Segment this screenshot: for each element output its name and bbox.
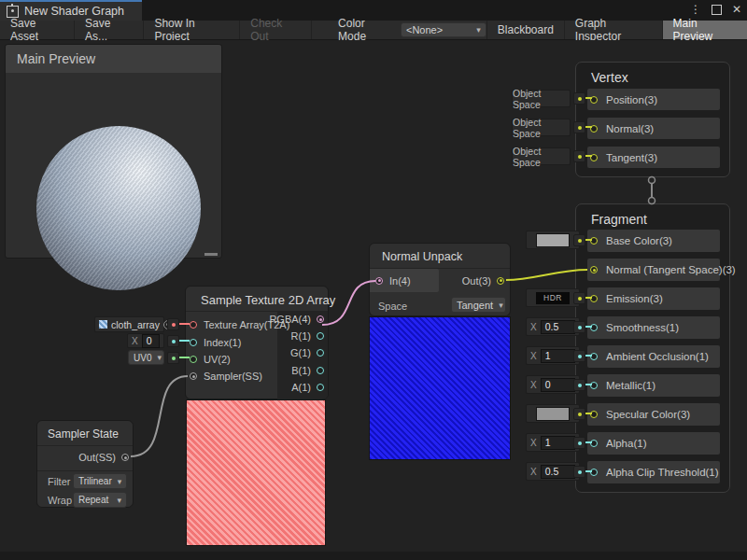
color-swatch[interactable] bbox=[536, 233, 570, 247]
stub-wire bbox=[585, 326, 592, 328]
index-value-widget[interactable]: X 0 bbox=[127, 333, 164, 348]
sampler-state-node[interactable]: Sampler State Out(SS) Filter Trilinear ▾… bbox=[36, 420, 134, 508]
position-space-widget[interactable]: Object Space bbox=[512, 90, 571, 107]
main-preview-panel[interactable]: Main Preview bbox=[5, 44, 222, 259]
stub-dot bbox=[573, 466, 585, 478]
ambient-occlusion-value-widget[interactable]: X 1 bbox=[526, 346, 580, 365]
base-color-swatch-widget[interactable] bbox=[526, 231, 580, 249]
ambient-occlusion-field[interactable]: 1 bbox=[541, 349, 575, 363]
stub-wire bbox=[179, 357, 190, 358]
stub-wire bbox=[179, 340, 190, 342]
normal-space-widget[interactable]: Object Space bbox=[512, 119, 571, 136]
stub-wire bbox=[585, 384, 592, 385]
input-row-uv[interactable]: UV(2) bbox=[186, 351, 279, 368]
out-port[interactable] bbox=[497, 277, 504, 285]
filter-dropdown[interactable]: Trilinear ▾ bbox=[73, 473, 127, 489]
stub-dot bbox=[573, 92, 585, 105]
blackboard-button[interactable]: Blackboard bbox=[486, 21, 564, 39]
output-row-g[interactable]: G(1) bbox=[277, 344, 328, 361]
fragment-node[interactable]: Fragment Base Color(3) Normal (Tangent S… bbox=[575, 203, 730, 493]
index-input-port[interactable] bbox=[190, 339, 197, 346]
index-field[interactable]: 0 bbox=[142, 334, 160, 348]
smoothness-value-widget[interactable]: X 0.5 bbox=[526, 317, 580, 336]
stub-dot bbox=[573, 292, 585, 304]
sample-texture-preview bbox=[186, 399, 326, 546]
specular-color-swatch-widget[interactable] bbox=[526, 404, 580, 423]
vertex-row-normal[interactable]: Normal(3) bbox=[587, 118, 720, 139]
output-row-b[interactable]: B(1) bbox=[277, 362, 328, 379]
g-output-port[interactable] bbox=[317, 349, 324, 357]
normal-unpack-out-slot[interactable]: Out(3) bbox=[462, 269, 504, 292]
cloth-array-object-widget[interactable]: cloth_array bbox=[94, 316, 164, 332]
show-in-project-button[interactable]: Show In Project bbox=[144, 21, 240, 39]
stub-dot bbox=[573, 150, 585, 162]
alpha-clip-value-widget[interactable]: X 0.5 bbox=[526, 462, 580, 481]
fragment-row-metallic[interactable]: Metallic(1) bbox=[587, 374, 720, 397]
tangent-space-widget[interactable]: Object Space bbox=[512, 147, 571, 165]
alpha-value-widget[interactable]: X 1 bbox=[526, 433, 580, 452]
fragment-row-base-color[interactable]: Base Color(3) bbox=[587, 230, 720, 252]
vertex-row-tangent[interactable]: Tangent(3) bbox=[587, 147, 720, 168]
metallic-field[interactable]: 0 bbox=[541, 378, 575, 392]
metallic-value-widget[interactable]: X 0 bbox=[526, 375, 580, 394]
uv-input-port[interactable] bbox=[190, 356, 197, 363]
r-output-port[interactable] bbox=[317, 332, 324, 340]
input-row-texture-array[interactable]: Texture Array(T2A) bbox=[186, 316, 279, 333]
vertex-row-position[interactable]: Position(3) bbox=[587, 89, 720, 110]
color-mode-dropdown[interactable]: <None> ▾ bbox=[401, 22, 486, 37]
maximize-icon[interactable] bbox=[712, 5, 722, 15]
out-ss-port[interactable] bbox=[121, 454, 129, 461]
stub-dot bbox=[573, 234, 585, 246]
fragment-row-specular-color[interactable]: Specular Color(3) bbox=[587, 403, 720, 426]
color-swatch[interactable] bbox=[536, 407, 570, 421]
emission-hdr-widget[interactable]: HDR bbox=[526, 288, 580, 307]
main-preview-button[interactable]: Main Preview bbox=[662, 21, 747, 39]
save-as-button[interactable]: Save As... bbox=[75, 21, 144, 39]
save-asset-button[interactable]: Save Asset bbox=[0, 21, 75, 39]
tab-title: New Shader Graph bbox=[24, 5, 124, 18]
more-menu-icon[interactable]: ⋮ bbox=[690, 0, 701, 19]
chevron-down-icon: ▾ bbox=[157, 353, 162, 362]
sampler-input-port[interactable] bbox=[190, 372, 197, 380]
normal-tangent-port[interactable] bbox=[590, 266, 598, 273]
fragment-row-normal[interactable]: Normal (Tangent Space)(3) bbox=[587, 259, 720, 281]
in-port[interactable] bbox=[375, 277, 383, 285]
fragment-node-title: Fragment bbox=[591, 212, 647, 227]
hdr-swatch[interactable]: HDR bbox=[536, 292, 570, 304]
filter-label: Filter bbox=[48, 476, 70, 487]
fragment-row-emission[interactable]: Emission(3) bbox=[587, 287, 720, 310]
fragment-row-ambient-occlusion[interactable]: Ambient Occlusion(1) bbox=[587, 345, 720, 368]
fragment-row-alpha[interactable]: Alpha(1) bbox=[587, 432, 720, 455]
space-dropdown[interactable]: Tangent ▾ bbox=[451, 297, 506, 313]
stub-dot bbox=[573, 321, 585, 333]
input-row-sampler[interactable]: Sampler(SS) bbox=[186, 368, 279, 385]
color-mode-label: Color Mode bbox=[312, 21, 401, 39]
alpha-field[interactable]: 1 bbox=[541, 436, 575, 450]
input-row-index[interactable]: Index(1) bbox=[186, 333, 279, 350]
texture-array-input-port[interactable] bbox=[190, 321, 197, 329]
normal-unpack-node[interactable]: Normal Unpack In(4) Out(3) Space Tangent… bbox=[369, 243, 511, 316]
vertex-node[interactable]: Vertex Position(3) Normal(3) Tangent(3) bbox=[575, 62, 730, 177]
sampler-out-slot[interactable]: Out(SS) bbox=[78, 447, 129, 468]
panel-resize-handle[interactable] bbox=[204, 253, 218, 256]
alpha-clip-field[interactable]: 0.5 bbox=[541, 465, 575, 479]
normal-unpack-in-slot[interactable]: In(4) bbox=[370, 269, 439, 292]
stub-wire bbox=[585, 97, 592, 99]
chevron-down-icon: ▾ bbox=[499, 301, 503, 310]
uv-channel-dropdown[interactable]: UV0 ▾ bbox=[128, 350, 164, 365]
output-row-a[interactable]: A(1) bbox=[277, 379, 328, 396]
a-output-port[interactable] bbox=[317, 384, 324, 391]
graph-inspector-button[interactable]: Graph Inspector bbox=[564, 21, 662, 39]
rgba-output-port[interactable] bbox=[317, 315, 324, 323]
wrap-dropdown[interactable]: Repeat ▾ bbox=[73, 492, 127, 508]
stub-wire bbox=[179, 323, 190, 325]
smoothness-field[interactable]: 0.5 bbox=[541, 320, 575, 334]
vertex-node-title: Vertex bbox=[591, 70, 628, 85]
b-output-port[interactable] bbox=[317, 367, 324, 374]
main-preview-header[interactable]: Main Preview bbox=[6, 45, 221, 73]
close-icon[interactable]: ✕ bbox=[732, 0, 741, 19]
fragment-row-alpha-clip[interactable]: Alpha Clip Threshold(1) bbox=[587, 461, 720, 483]
fragment-row-smoothness[interactable]: Smoothness(1) bbox=[587, 316, 720, 339]
chevron-down-icon: ▾ bbox=[118, 477, 122, 486]
sample-texture-2d-array-node[interactable]: Sample Texture 2D Array RGBA(4) R(1) G(1… bbox=[185, 286, 329, 399]
